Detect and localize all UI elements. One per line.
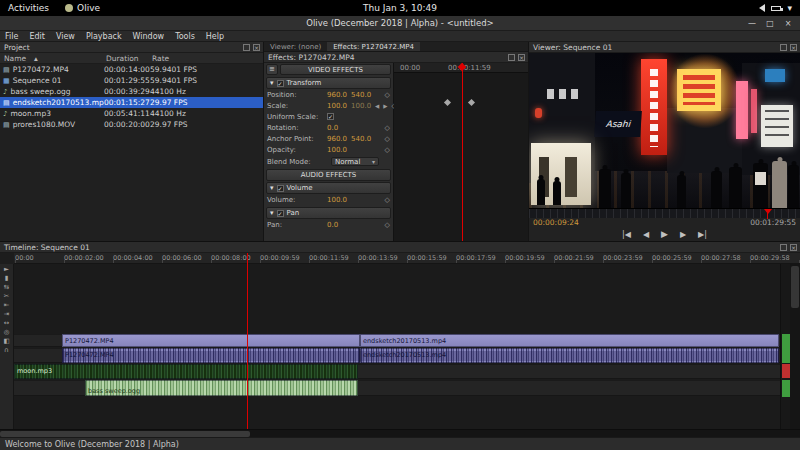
column-rate[interactable]: Rate [152,54,169,63]
panel-close-button[interactable]: × [790,44,797,51]
project-row[interactable]: ▤P1270472.MP4 00:00:14:00 59.9401 FPS [0,64,263,75]
slip-tool[interactable]: ⇤ [1,301,13,310]
menu-tools[interactable]: Tools [175,32,195,41]
project-row[interactable]: ♪bass sweep.ogg 00:00:39:29 44100 Hz [0,86,263,97]
system-tray[interactable]: ▾ [759,3,800,13]
timeline-ruler[interactable]: 00:00 00:00:02:00 00:00:04:00 00:00:06:0… [14,253,800,264]
timeline-playhead[interactable] [247,253,248,429]
keyframe-diamond[interactable] [468,99,475,106]
volume-effect-header[interactable]: ▾ ✓ Volume [266,182,391,194]
column-duration[interactable]: Duration [106,54,139,63]
go-to-start-button[interactable]: |◀ [622,229,631,240]
keyframe-toggle-icon[interactable]: ◇ [385,196,390,204]
audio-clip[interactable]: P1270472.MP4 [62,348,360,363]
timeline-horizontal-scrollbar[interactable] [0,429,800,437]
keyframe-toggle-icon[interactable]: ◇ [385,146,390,154]
audio-clip[interactable]: moon.mp3 [14,364,358,379]
pan-field[interactable]: 0.0 [327,221,338,229]
anchor-x-field[interactable]: 960.0 [327,135,347,143]
tab-effects[interactable]: Effects: P1270472.MP4 [327,42,420,51]
activities-button[interactable]: Activities [0,3,57,13]
keyframe-timeline[interactable]: 00:00 00:00:11:59 [394,63,528,241]
menu-help[interactable]: Help [206,32,224,41]
video-display[interactable]: Asahi [529,53,800,208]
collapse-icon[interactable]: ▾ [270,184,274,192]
blend-mode-dropdown[interactable]: Normal ▾ [331,157,379,166]
uniform-scale-checkbox[interactable]: ✓ [327,113,334,120]
menu-playback[interactable]: Playback [86,32,122,41]
viewer-playhead-marker[interactable] [764,209,772,214]
audio-clip[interactable]: endsketch20170513.mp4 [360,348,779,363]
anchor-y-field[interactable]: 540.0 [351,135,371,143]
rotation-field[interactable]: 0.0 [327,124,338,132]
keyframe-toggle-icon[interactable]: ◇ [385,221,390,229]
scale-x-field[interactable]: 100.0 [327,102,347,110]
collapse-icon[interactable]: ▾ [270,79,274,87]
opacity-field[interactable]: 100.0 [327,146,347,154]
video-clip[interactable]: P1270472.MP4 [62,334,360,347]
volume-field[interactable]: 100.0 [327,196,347,204]
razor-tool[interactable]: ✂ [1,292,13,301]
project-row-selected[interactable]: ▤endsketch20170513.mp4 00:01:15:27 29.97… [0,97,263,108]
tab-viewer-none[interactable]: Viewer: (none) [264,42,327,51]
maximize-button[interactable]: □ [764,18,776,29]
panel-float-button[interactable] [243,44,250,51]
keyframe-diamond[interactable] [444,99,451,106]
panel-close-button[interactable]: × [518,54,525,61]
next-frame-button[interactable]: ▶ [680,229,686,240]
video-clip[interactable]: endsketch20170513.mp4 [360,334,779,347]
position-y-field[interactable]: 540.0 [351,91,371,99]
project-column-headers[interactable]: Name ▴ Duration Rate [0,53,263,64]
effect-enabled-checkbox[interactable]: ✓ [277,210,284,217]
keyframe-toggle-icon[interactable]: ◇ [385,135,390,143]
pan-effect-header[interactable]: ▾ ✓ Pan [266,207,391,219]
effect-enabled-checkbox[interactable]: ✓ [277,185,284,192]
project-row[interactable]: ▤prores1080.MOV 00:00:20:00 29.97 FPS [0,119,263,130]
app-menu[interactable]: Olive [57,3,108,13]
timeline-track-area[interactable]: P1270472.MP4 endsketch20170513.mp4 P1270… [14,264,780,429]
effect-enabled-checkbox[interactable]: ✓ [277,80,284,87]
snap-toggle[interactable]: ∩ [1,346,13,355]
timeline-vertical-scrollbar[interactable] [790,264,800,429]
viewer-seek-bar[interactable] [529,208,800,218]
column-name[interactable]: Name [4,54,26,63]
menu-window[interactable]: Window [133,32,165,41]
panel-float-button[interactable] [780,44,787,51]
audio-clip[interactable]: bass sweep.ogg [85,380,358,396]
pointer-tool[interactable]: ► [1,265,13,274]
scrollbar-handle[interactable] [791,266,799,308]
keyframe-playhead[interactable] [462,63,463,241]
edit-tool[interactable]: ▮ [1,274,13,283]
next-keyframe-icon[interactable]: ▶ [383,103,387,109]
transition-tool[interactable]: ◧ [1,337,13,346]
keyframe-toggle-icon[interactable]: ◇ [385,91,390,99]
scale-y-field[interactable]: 100.0 [351,102,371,110]
keyframe-toggle-icon[interactable]: ◇ [385,124,390,132]
position-x-field[interactable]: 960.0 [327,91,347,99]
prev-keyframe-icon[interactable]: ◀ [375,103,379,109]
ripple-tool[interactable]: ⇆ [1,283,13,292]
project-row[interactable]: ♪moon.mp3 00:05:41:11 44100 Hz [0,108,263,119]
previous-frame-button[interactable]: ◀ [643,229,649,240]
panel-close-button[interactable]: × [253,44,260,51]
project-row[interactable]: ▦Sequence 01 00:01:29:55 59.9401 FPS [0,75,263,86]
close-button[interactable]: × [782,18,794,29]
panel-float-button[interactable] [780,244,787,251]
panel-float-button[interactable] [508,54,515,61]
zoom-tool[interactable]: ◎ [1,328,13,337]
hand-tool[interactable]: ↔ [1,319,13,328]
effects-menu-button[interactable]: ≡ [266,64,278,75]
menu-view[interactable]: View [56,32,75,41]
video-effects-header[interactable]: VIDEO EFFECTS [280,64,391,75]
minimize-button[interactable]: — [746,18,758,29]
collapse-icon[interactable]: ▾ [270,209,274,217]
menu-file[interactable]: File [5,32,18,41]
transform-effect-header[interactable]: ▾ ✓ Transform [266,77,391,89]
play-button[interactable]: ▶ [661,229,668,240]
audio-effects-header[interactable]: AUDIO EFFECTS [266,169,391,181]
menu-edit[interactable]: Edit [29,32,45,41]
panel-close-button[interactable]: × [790,244,797,251]
go-to-end-button[interactable]: ▶| [698,229,707,240]
window-titlebar[interactable]: Olive (December 2018 | Alpha) - <untitle… [0,16,800,31]
slide-tool[interactable]: ⇥ [1,310,13,319]
